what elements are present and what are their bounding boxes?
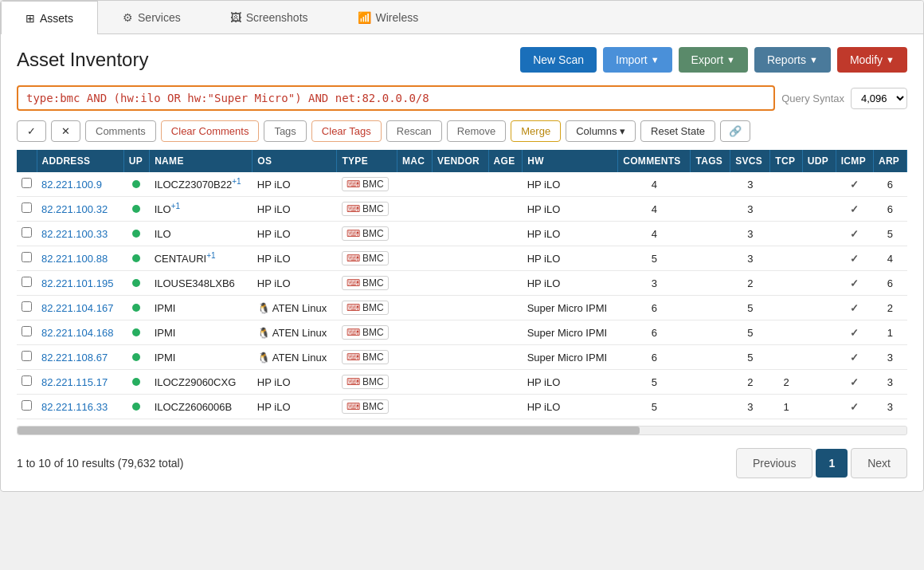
- new-scan-button[interactable]: New Scan: [520, 47, 597, 73]
- row-address[interactable]: 82.221.101.195: [37, 271, 123, 296]
- col-tcp[interactable]: TCP: [770, 150, 802, 172]
- export-button[interactable]: Export ▼: [679, 47, 748, 73]
- bmc-keyboard-icon: ⌨: [346, 352, 360, 363]
- col-age[interactable]: AGE: [488, 150, 523, 172]
- row-arp: 6: [873, 271, 906, 296]
- row-name[interactable]: ILOCZ29060CXG: [150, 370, 253, 395]
- assets-icon: ⊞: [25, 12, 35, 25]
- row-name[interactable]: IPMI: [150, 320, 253, 345]
- row-address[interactable]: 82.221.108.67: [37, 345, 123, 370]
- clear-comments-button[interactable]: Clear Comments: [161, 120, 260, 142]
- row-name[interactable]: IPMI: [150, 296, 253, 320]
- table-row: 82.221.115.17ILOCZ29060CXGHP iLO⌨ BMCHP …: [17, 370, 907, 395]
- row-address[interactable]: 82.221.116.33: [37, 395, 123, 419]
- col-comments[interactable]: COMMENTS: [618, 150, 691, 172]
- remove-button[interactable]: Remove: [447, 120, 506, 142]
- import-button[interactable]: Import ▼: [603, 47, 672, 73]
- import-label: Import: [616, 53, 648, 66]
- row-arp: 1: [873, 320, 906, 345]
- columns-button[interactable]: Columns ▾: [566, 120, 636, 142]
- row-name[interactable]: IPMI: [150, 345, 253, 370]
- col-hw[interactable]: HW: [523, 150, 618, 172]
- icmp-check-icon: ✓: [850, 352, 859, 364]
- search-input-wrap[interactable]: [17, 85, 775, 111]
- row-name[interactable]: ILOUSE348LXB6: [150, 271, 253, 296]
- row-address[interactable]: 82.221.100.33: [37, 222, 123, 246]
- col-tags[interactable]: TAGS: [691, 150, 730, 172]
- col-vendor[interactable]: VENDOR: [432, 150, 488, 172]
- row-name[interactable]: ILO+1: [150, 197, 253, 222]
- col-up[interactable]: UP: [123, 150, 149, 172]
- row-type: ⌨ BMC: [337, 345, 397, 370]
- link-button[interactable]: 🔗: [720, 120, 750, 142]
- row-checkbox[interactable]: [22, 301, 32, 312]
- col-arp[interactable]: ARP: [873, 150, 906, 172]
- col-os[interactable]: OS: [253, 150, 337, 172]
- row-status: [123, 271, 149, 296]
- tags-button[interactable]: Tags: [264, 120, 306, 142]
- row-mac: [397, 320, 432, 345]
- query-syntax-link[interactable]: Query Syntax: [781, 92, 844, 104]
- icmp-check-icon: ✓: [850, 376, 859, 388]
- tab-screenshots[interactable]: 🖼 Screenshots: [206, 1, 333, 33]
- row-checkbox[interactable]: [22, 277, 32, 287]
- row-hw: HP iLO: [523, 197, 618, 222]
- modify-button[interactable]: Modify ▼: [837, 47, 907, 73]
- row-checkbox-cell: [17, 296, 37, 320]
- row-tags: [691, 395, 730, 419]
- col-udp[interactable]: UDP: [802, 150, 836, 172]
- row-comments: 6: [618, 320, 691, 345]
- next-button[interactable]: Next: [851, 448, 907, 478]
- row-name[interactable]: ILOCZ2606006B: [150, 395, 253, 419]
- tab-assets[interactable]: ⊞ Assets: [1, 1, 98, 34]
- row-address[interactable]: 82.221.115.17: [37, 370, 123, 395]
- merge-button[interactable]: Merge: [511, 120, 561, 142]
- row-checkbox[interactable]: [22, 400, 32, 411]
- table-footer: 1 to 10 of 10 results (79,632 total) Pre…: [1, 435, 923, 491]
- row-checkbox[interactable]: [22, 375, 32, 386]
- row-checkbox[interactable]: [22, 252, 32, 262]
- clear-tags-button[interactable]: Clear Tags: [311, 120, 382, 142]
- deselect-button[interactable]: ✕: [51, 120, 80, 142]
- row-address[interactable]: 82.221.104.167: [37, 296, 123, 320]
- row-svcs: 3: [730, 197, 770, 222]
- rescan-button[interactable]: Rescan: [386, 120, 442, 142]
- comments-button[interactable]: Comments: [85, 120, 156, 142]
- row-name[interactable]: ILOCZ23070B22+1: [150, 172, 253, 197]
- row-checkbox[interactable]: [22, 326, 32, 336]
- row-checkbox[interactable]: [22, 178, 32, 188]
- row-checkbox[interactable]: [22, 351, 32, 361]
- scrollbar-thumb[interactable]: [18, 427, 640, 434]
- page-number-1[interactable]: 1: [816, 449, 848, 478]
- col-address[interactable]: ADDRESS: [37, 150, 123, 172]
- row-address[interactable]: 82.221.100.32: [37, 197, 123, 222]
- reset-state-button[interactable]: Reset State: [640, 120, 715, 142]
- row-name[interactable]: CENTAURI+1: [150, 246, 253, 271]
- col-mac[interactable]: MAC: [397, 150, 432, 172]
- select-all-button[interactable]: ✓: [17, 120, 46, 142]
- page-header: Asset Inventory New Scan Import ▼ Export…: [1, 34, 923, 85]
- reports-button[interactable]: Reports ▼: [754, 47, 831, 73]
- row-name[interactable]: ILO: [150, 222, 253, 246]
- col-name[interactable]: NAME: [150, 150, 253, 172]
- tab-wireless[interactable]: 📶 Wireless: [333, 1, 444, 33]
- col-icmp[interactable]: ICMP: [836, 150, 873, 172]
- row-address[interactable]: 82.221.100.9: [37, 172, 123, 197]
- tab-bar: ⊞ Assets ⚙ Services 🖼 Screenshots 📶 Wire…: [1, 1, 923, 34]
- search-input[interactable]: [26, 92, 765, 104]
- name-badge: +1: [206, 251, 215, 260]
- type-badge: ⌨ BMC: [342, 325, 389, 340]
- row-checkbox[interactable]: [22, 227, 32, 238]
- scrollbar-track[interactable]: [17, 426, 907, 435]
- row-address[interactable]: 82.221.104.168: [37, 320, 123, 345]
- tab-services[interactable]: ⚙ Services: [98, 1, 206, 33]
- page-size-select[interactable]: 4,096 1,024 256 64: [851, 88, 907, 109]
- row-checkbox[interactable]: [22, 202, 32, 213]
- col-type[interactable]: TYPE: [337, 150, 397, 172]
- row-address[interactable]: 82.221.100.88: [37, 246, 123, 271]
- previous-button[interactable]: Previous: [736, 448, 812, 478]
- col-svcs[interactable]: SVCS: [730, 150, 770, 172]
- row-hw: Super Micro IPMI: [523, 296, 618, 320]
- search-bar: Query Syntax 4,096 1,024 256 64: [1, 85, 923, 120]
- linux-icon: 🐧: [257, 327, 272, 339]
